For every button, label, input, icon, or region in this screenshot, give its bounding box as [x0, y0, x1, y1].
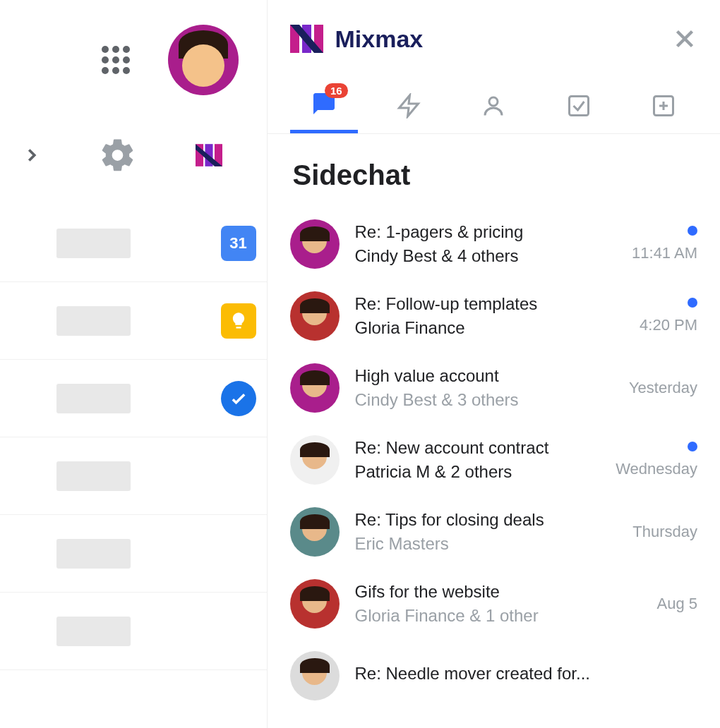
gmail-row[interactable]	[0, 593, 267, 670]
tab-lightning[interactable]	[375, 78, 443, 133]
chat-subject: High value account	[355, 366, 591, 386]
tab-plus[interactable]	[630, 78, 697, 133]
avatar	[290, 363, 340, 413]
chat-people: Patricia M & 2 others	[355, 462, 591, 482]
tasks-icon[interactable]	[221, 381, 256, 416]
chat-text: Gifs for the website Gloria Finance & 1 …	[355, 582, 591, 626]
placeholder	[56, 461, 131, 491]
gmail-row[interactable]: 31	[0, 205, 267, 282]
tab-chat[interactable]: 16	[290, 78, 358, 133]
placeholder	[56, 229, 131, 258]
chat-subject: Re: New account contract	[355, 438, 591, 458]
chat-people: Gloria Finance	[355, 318, 591, 338]
chat-meta: Yesterday	[606, 379, 697, 397]
chat-text: Re: Tips for closing deals Eric Masters	[355, 510, 591, 554]
placeholder	[56, 306, 131, 336]
placeholder	[56, 617, 131, 646]
gmail-row[interactable]	[0, 515, 267, 593]
chat-meta: Aug 5	[606, 595, 697, 613]
chat-row[interactable]: Re: 1-pagers & pricing Cindy Best & 4 ot…	[284, 208, 704, 280]
chat-badge: 16	[325, 83, 348, 98]
chat-subject: Re: Follow-up templates	[355, 294, 591, 314]
chat-text: Re: Follow-up templates Gloria Finance	[355, 294, 591, 338]
svg-rect-12	[569, 96, 588, 115]
chat-meta: 4:20 PM	[606, 298, 697, 334]
mixmax-logo[interactable]: Mixmax	[290, 22, 424, 56]
tab-person[interactable]	[460, 78, 527, 133]
app-name: Mixmax	[335, 25, 424, 53]
calendar-icon[interactable]: 31	[221, 226, 256, 261]
mixmax-small-icon[interactable]	[193, 142, 224, 169]
chat-text: Re: Needle mover created for...	[355, 664, 591, 688]
chat-row[interactable]: Re: New account contract Patricia M & 2 …	[284, 424, 704, 496]
avatar	[290, 291, 340, 341]
panel-header: Mixmax	[268, 0, 721, 78]
avatar	[290, 651, 340, 700]
gmail-header	[0, 0, 267, 120]
gmail-list: 31	[0, 190, 267, 670]
chat-subject: Gifs for the website	[355, 582, 591, 602]
chat-row[interactable]: Re: Follow-up templates Gloria Finance 4…	[284, 280, 704, 352]
chat-people: Cindy Best & 4 others	[355, 246, 591, 266]
account-avatar[interactable]	[168, 25, 239, 95]
chat-time: Thursday	[632, 523, 697, 541]
chat-subject: Re: 1-pagers & pricing	[355, 222, 591, 242]
tab-checkbox[interactable]	[545, 78, 613, 133]
chat-people: Eric Masters	[355, 534, 591, 554]
chat-row[interactable]: Gifs for the website Gloria Finance & 1 …	[284, 568, 704, 640]
chat-time: 11:41 AM	[632, 244, 697, 262]
chat-row[interactable]: High value account Cindy Best & 3 others…	[284, 352, 704, 424]
chat-time: Aug 5	[657, 595, 698, 613]
placeholder	[56, 384, 131, 413]
chat-time: 4:20 PM	[640, 316, 697, 334]
chat-row[interactable]: Re: Tips for closing deals Eric Masters …	[284, 496, 704, 568]
gmail-row[interactable]	[0, 437, 267, 515]
svg-marker-10	[399, 95, 418, 116]
unread-dot-icon	[688, 442, 697, 451]
chat-text: Re: 1-pagers & pricing Cindy Best & 4 ot…	[355, 222, 591, 266]
gmail-background: 31	[0, 0, 268, 728]
chat-time: Yesterday	[629, 379, 697, 397]
tab-bar: 16	[268, 78, 721, 134]
unread-dot-icon	[688, 226, 697, 236]
placeholder	[56, 539, 131, 569]
section-title: Sidechat	[268, 134, 721, 208]
chat-text: Re: New account contract Patricia M & 2 …	[355, 438, 591, 482]
keep-icon[interactable]	[221, 303, 256, 339]
svg-point-11	[489, 97, 498, 106]
gear-icon[interactable]	[99, 136, 137, 174]
chat-time: Wednesday	[616, 460, 697, 478]
mixmax-logo-icon	[290, 22, 324, 56]
gmail-row[interactable]	[0, 282, 267, 360]
chat-meta: 11:41 AM	[606, 226, 697, 262]
google-apps-icon[interactable]	[99, 43, 133, 77]
gmail-row[interactable]	[0, 360, 267, 437]
gmail-toolbar	[0, 120, 267, 190]
unread-dot-icon	[688, 298, 697, 308]
chevron-right-icon[interactable]	[21, 145, 42, 166]
avatar	[290, 219, 340, 269]
chat-people: Cindy Best & 3 others	[355, 390, 591, 410]
chat-subject: Re: Tips for closing deals	[355, 510, 591, 530]
avatar	[290, 435, 340, 485]
avatar	[290, 507, 340, 557]
chat-text: High value account Cindy Best & 3 others	[355, 366, 591, 410]
chat-list: Re: 1-pagers & pricing Cindy Best & 4 ot…	[268, 208, 721, 728]
chat-people: Gloria Finance & 1 other	[355, 606, 591, 626]
mixmax-panel: Mixmax 16 Sidechat Re: 1-pagers & p	[268, 0, 721, 728]
close-icon[interactable]	[672, 26, 697, 51]
chat-subject: Re: Needle mover created for...	[355, 664, 591, 684]
chat-row[interactable]: Re: Needle mover created for...	[284, 640, 704, 712]
avatar	[290, 579, 340, 629]
chat-meta: Thursday	[606, 523, 697, 541]
chat-meta: Wednesday	[606, 442, 697, 478]
